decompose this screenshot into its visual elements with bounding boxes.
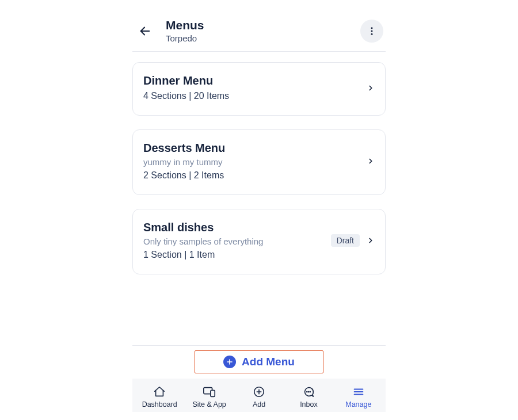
svg-point-13 xyxy=(310,391,311,392)
svg-point-2 xyxy=(371,30,373,32)
chevron-right-icon xyxy=(367,84,375,92)
menu-description: yummy in my tummy xyxy=(143,157,367,167)
menu-icon xyxy=(352,385,365,398)
add-menu-label: Add Menu xyxy=(242,356,295,368)
plus-circle-icon xyxy=(223,356,236,368)
menu-card[interactable]: Desserts Menu yummy in my tummy 2 Sectio… xyxy=(132,129,386,195)
nav-manage[interactable]: Manage xyxy=(334,385,383,408)
menu-stats: 4 Sections | 20 Items xyxy=(143,91,367,101)
chevron-right-icon xyxy=(367,157,375,165)
chat-icon xyxy=(302,385,315,398)
menu-list: Dinner Menu 4 Sections | 20 Items Desser… xyxy=(132,52,386,274)
page-subtitle: Torpedo xyxy=(166,33,360,43)
more-options-button[interactable] xyxy=(360,20,383,43)
dots-vertical-icon xyxy=(367,26,377,36)
nav-dashboard[interactable]: Dashboard xyxy=(135,385,184,408)
page-header: Menus Torpedo xyxy=(132,14,386,52)
nav-inbox[interactable]: Inbox xyxy=(284,385,333,408)
menu-stats: 2 Sections | 2 Items xyxy=(143,170,367,181)
home-icon xyxy=(153,385,166,398)
status-badge: Draft xyxy=(331,234,360,247)
header-titles: Menus Torpedo xyxy=(166,18,360,43)
svg-point-11 xyxy=(307,391,307,392)
menu-card[interactable]: Dinner Menu 4 Sections | 20 Items xyxy=(132,62,386,116)
menu-description: Only tiny samples of everything xyxy=(143,236,331,246)
menu-title: Dinner Menu xyxy=(143,74,367,87)
devices-icon xyxy=(203,385,216,398)
menu-title: Small dishes xyxy=(143,221,331,234)
add-menu-button[interactable]: Add Menu xyxy=(195,350,323,373)
page-title: Menus xyxy=(166,18,360,32)
back-button[interactable] xyxy=(135,21,155,41)
chevron-right-icon xyxy=(367,236,375,245)
nav-label: Inbox xyxy=(300,400,318,408)
nav-label: Manage xyxy=(345,400,371,408)
plus-circle-outline-icon xyxy=(253,385,265,398)
svg-point-1 xyxy=(371,27,373,29)
svg-point-12 xyxy=(308,391,309,392)
nav-site-app[interactable]: Site & App xyxy=(184,385,234,408)
svg-point-3 xyxy=(371,33,373,35)
menu-title: Desserts Menu xyxy=(143,142,367,155)
menu-card[interactable]: Small dishes Only tiny samples of everyt… xyxy=(132,209,386,274)
bottom-nav: Dashboard Site & App Add Inbox Manage xyxy=(132,379,386,412)
nav-label: Add xyxy=(253,400,265,408)
svg-rect-7 xyxy=(210,390,214,396)
arrow-left-icon xyxy=(139,25,151,37)
nav-label: Site & App xyxy=(192,400,226,408)
menu-stats: 1 Section | 1 Item xyxy=(143,250,331,260)
nav-label: Dashboard xyxy=(142,400,177,408)
add-bar: Add Menu xyxy=(132,345,386,373)
nav-add[interactable]: Add xyxy=(234,385,284,408)
